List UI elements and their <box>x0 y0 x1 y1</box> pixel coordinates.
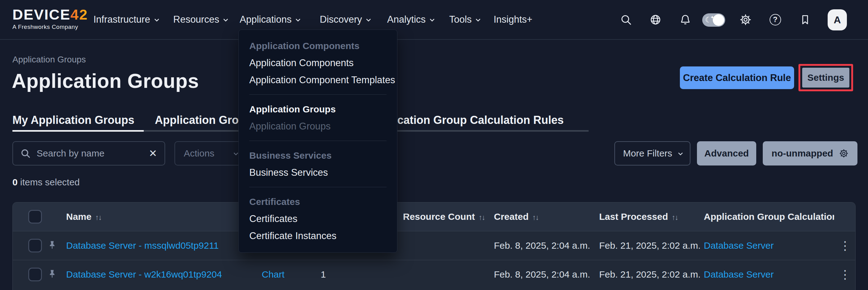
count-value: 1 <box>321 269 403 280</box>
column-header-calculation-rule[interactable]: Application Group Calculation R <box>704 212 834 222</box>
gear-icon[interactable] <box>738 0 752 39</box>
menu-divider <box>249 141 386 141</box>
more-filters-dropdown[interactable]: More Filters <box>614 141 690 165</box>
menu-divider <box>249 187 386 187</box>
logo-wordmark: DEVICE42 <box>12 7 88 22</box>
nav-infrastructure[interactable]: Infrastructure <box>93 0 158 39</box>
gear-icon <box>839 149 849 158</box>
selection-count: 0 <box>12 177 18 187</box>
globe-icon[interactable] <box>648 0 662 39</box>
pin-icon[interactable] <box>48 240 57 251</box>
sort-icon[interactable]: ↑↓ <box>95 213 101 221</box>
created-value: Feb. 8, 2025, 2:04 a.m. <box>494 240 599 251</box>
created-value: Feb. 8, 2025, 2:04 a.m. <box>494 269 599 280</box>
tab-my-application-groups[interactable]: My Application Groups <box>12 109 144 132</box>
advanced-button[interactable]: Advanced <box>697 141 756 165</box>
row-checkbox[interactable] <box>28 268 42 281</box>
create-calculation-rule-button[interactable]: Create Calculation Rule <box>680 66 794 89</box>
menu-item-application-component-templates[interactable]: Application Component Templates <box>239 71 397 89</box>
logo-tagline: A Freshworks Company <box>12 24 88 30</box>
menu-section-application-components: Application Components <box>239 37 397 54</box>
chevron-down-icon <box>234 151 239 156</box>
device42-logo[interactable]: DEVICE42 A Freshworks Company <box>12 7 88 30</box>
menu-item-certificates[interactable]: Certificates <box>239 210 397 227</box>
chart-link[interactable]: Chart <box>262 269 284 280</box>
menu-section-certificates: Certificates <box>239 193 397 210</box>
user-avatar[interactable]: A <box>828 9 847 30</box>
top-navbar: DEVICE42 A Freshworks Company Infrastruc… <box>0 0 868 40</box>
nav-resources[interactable]: Resources <box>173 0 227 39</box>
search-icon[interactable] <box>619 0 633 39</box>
nav-insights-plus[interactable]: Insights+ <box>494 0 532 39</box>
clear-search-icon[interactable]: ✕ <box>149 148 157 159</box>
last-processed-value: Feb. 21, 2025, 2:02 a.m. <box>599 240 704 251</box>
chevron-down-icon <box>296 17 301 22</box>
help-icon[interactable]: ? <box>768 0 782 39</box>
last-processed-value: Feb. 21, 2025, 2:02 a.m. <box>599 269 704 280</box>
calculation-rule-link[interactable]: Database Server <box>704 269 774 280</box>
chevron-down-icon <box>678 151 683 156</box>
chevron-down-icon <box>223 17 228 22</box>
breadcrumb[interactable]: Application Groups <box>12 55 86 65</box>
sort-icon[interactable]: ↑↓ <box>672 213 678 221</box>
chevron-down-icon <box>366 17 371 22</box>
application-groups-table: Name↑↓ Resource Count↑↓ Created↑↓ Last P… <box>12 202 856 290</box>
saved-view-no-unmapped-button[interactable]: no-unmapped <box>763 141 858 165</box>
menu-section-application-groups: Application Groups <box>239 101 397 118</box>
row-menu-kebab-icon[interactable]: ⋮ <box>834 241 856 250</box>
menu-divider <box>249 94 386 95</box>
menu-item-application-groups[interactable]: Application Groups <box>239 118 397 135</box>
search-input[interactable]: Search by name ✕ <box>12 141 165 165</box>
select-all-checkbox[interactable] <box>28 210 42 224</box>
page-title: Application Groups <box>12 69 199 93</box>
dark-mode-toggle[interactable]: ☾ ✦ <box>702 13 725 27</box>
column-header-resource-count[interactable]: Resource Count↑↓ <box>403 212 494 222</box>
menu-item-business-services[interactable]: Business Services <box>239 164 397 181</box>
selection-label: items selected <box>20 177 80 187</box>
row-checkbox[interactable] <box>28 239 42 252</box>
sort-icon[interactable]: ↑↓ <box>532 213 538 221</box>
application-group-link[interactable]: Database Server - w2k16wq01tp9204 <box>66 269 222 280</box>
table-row: Database Server - mssqlwd05tp9211 Chart … <box>13 231 855 260</box>
menu-item-application-components[interactable]: Application Components <box>239 54 397 71</box>
calculation-rule-link[interactable]: Database Server <box>704 240 774 251</box>
chevron-down-icon <box>154 17 159 22</box>
pin-icon[interactable] <box>48 269 57 280</box>
menu-item-certificate-instances[interactable]: Certificate Instances <box>239 227 397 244</box>
search-icon <box>21 149 30 158</box>
column-header-last-processed[interactable]: Last Processed↑↓ <box>599 212 704 222</box>
chevron-down-icon <box>476 17 481 22</box>
logo-accent-42: 42 <box>70 6 88 23</box>
table-header-row: Name↑↓ Resource Count↑↓ Created↑↓ Last P… <box>13 202 855 231</box>
row-menu-kebab-icon[interactable]: ⋮ <box>834 270 856 279</box>
application-group-link[interactable]: Database Server - mssqlwd05tp9211 <box>66 240 219 251</box>
column-header-created[interactable]: Created↑↓ <box>494 212 599 222</box>
search-placeholder: Search by name <box>37 148 143 159</box>
applications-dropdown-menu: Application Components Application Compo… <box>239 30 397 253</box>
menu-section-business-services: Business Services <box>239 147 397 164</box>
selection-summary: 0 items selected <box>12 177 80 188</box>
column-header-name[interactable]: Name↑↓ <box>66 212 262 222</box>
bookmark-icon[interactable] <box>798 0 812 39</box>
notifications-bell-icon[interactable] <box>678 0 692 39</box>
chevron-down-icon <box>430 17 435 22</box>
settings-button[interactable]: Settings <box>802 68 849 88</box>
nav-tools[interactable]: Tools <box>449 0 479 39</box>
sort-icon[interactable]: ↑↓ <box>479 213 485 221</box>
toggle-knob <box>713 14 724 26</box>
actions-dropdown[interactable]: Actions <box>175 141 247 165</box>
table-row: Database Server - w2k16wq01tp9204 Chart … <box>13 260 855 289</box>
